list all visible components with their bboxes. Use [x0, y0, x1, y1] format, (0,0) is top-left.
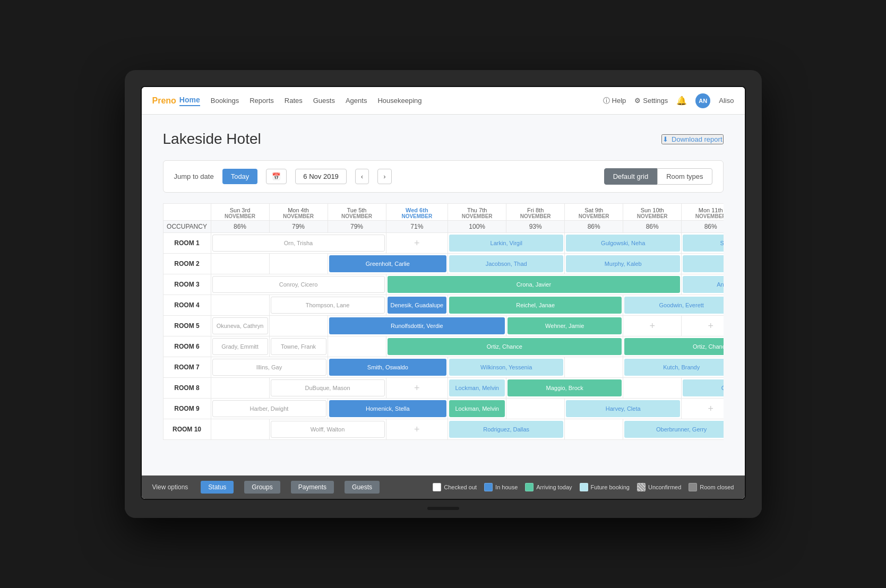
date-header-row: Sun 3rd NOVEMBER Mon 4th NOVEMBER	[163, 204, 724, 221]
booking-cell-room5-col0[interactable]: Okuneva, Cathryn	[211, 316, 269, 336]
booking-cell-room9-col6[interactable]: Harvey, Cleta	[565, 399, 682, 419]
help-link[interactable]: ⓘ Help	[603, 96, 626, 106]
booking-cell-room1-col3[interactable]: +	[386, 233, 448, 254]
booking-cell-room10-col3[interactable]: +	[386, 419, 448, 440]
settings-label: Settings	[643, 97, 668, 105]
booking-cell-room9-col8[interactable]: +	[682, 399, 724, 419]
booking-cell-room2-col6[interactable]: Murphy, Kaleb	[565, 254, 682, 274]
booking-cell-room6-col0[interactable]: Grady, Emmitt	[211, 336, 269, 357]
booking-cell-room8-col1[interactable]: DuBuque, Mason	[269, 378, 386, 399]
booking-cell-room9-col0[interactable]: Harber, Dwight	[211, 399, 328, 419]
booking-cell-room2-col4[interactable]: Jacobson, Thad	[448, 254, 565, 274]
booking-cell-room4-col3[interactable]: Denesik, Guadalupe	[386, 295, 448, 316]
booking-cell-room10-col7[interactable]: Oberbrunner, Gerry	[623, 419, 724, 440]
room-label-3: ROOM 3	[163, 274, 211, 295]
date-col-sun10: Sun 10th NOVEMBER	[623, 204, 682, 221]
current-date-display: 6 Nov 2019	[295, 169, 347, 184]
booking-cell-room7-col2[interactable]: Smith, Oswaldo	[328, 357, 448, 378]
nav-reports[interactable]: Reports	[250, 97, 274, 105]
nav-agents[interactable]: Agents	[346, 97, 367, 105]
room-row: ROOM 6Grady, EmmittTowne, FrankOrtiz, Ch…	[163, 336, 724, 357]
checked-out-label: Checked out	[444, 484, 477, 490]
room-label-1: ROOM 1	[163, 233, 211, 254]
booking-cell-room6-col1[interactable]: Towne, Frank	[269, 336, 328, 357]
booking-cell-room7-col7[interactable]: Kutch, Brandy	[623, 357, 724, 378]
booking-cell-room10-col4[interactable]: Rodriguez, Dallas	[448, 419, 565, 440]
nav-right: ⓘ Help ⚙ Settings 🔔 AN Aliso	[603, 93, 734, 108]
booking-cell-room5-col5[interactable]: Wehner, Jamie	[506, 316, 623, 336]
payments-tab[interactable]: Payments	[291, 481, 334, 494]
nav-bookings[interactable]: Bookings	[211, 97, 239, 105]
settings-link[interactable]: ⚙ Settings	[634, 97, 668, 105]
booking-cell-room8-col3[interactable]: +	[386, 378, 448, 399]
nav-guests[interactable]: Guests	[313, 97, 335, 105]
booking-cell-room3-col3[interactable]: Crona, Javier	[386, 274, 682, 295]
booking-cell-room4-col1[interactable]: Thompson, Lane	[269, 295, 386, 316]
cell-room2-col1	[269, 254, 328, 274]
cell-room9-col5	[506, 399, 565, 419]
page-title: Lakeside Hotel	[163, 131, 261, 148]
future-label: Future booking	[591, 484, 630, 490]
booking-cell-room1-col8[interactable]: Simonis, Josue	[682, 233, 724, 254]
groups-tab[interactable]: Groups	[244, 481, 280, 494]
nav-rates[interactable]: Rates	[285, 97, 303, 105]
inhouse-swatch	[484, 483, 493, 491]
guests-tab[interactable]: Guests	[345, 481, 380, 494]
booking-cell-room2-col8[interactable]: Will, Lillie	[682, 254, 724, 274]
room-label-8: ROOM 8	[163, 378, 211, 399]
booking-cell-room7-col4[interactable]: Wilkinson, Yessenia	[448, 357, 565, 378]
booking-cell-room3-col8[interactable]: Ankunding, Hulda	[682, 274, 724, 295]
booking-cell-room1-col6[interactable]: Gulgowski, Neha	[565, 233, 682, 254]
booking-cell-room10-col1[interactable]: Wolff, Walton	[269, 419, 386, 440]
booking-cell-room8-col4[interactable]: Lockman, Melvin	[448, 378, 506, 399]
today-button[interactable]: Today	[222, 169, 258, 184]
room-row: ROOM 8DuBuque, Mason+Lockman, MelvinMagg…	[163, 378, 724, 399]
help-label: Help	[612, 97, 626, 105]
avatar[interactable]: AN	[695, 93, 710, 108]
booking-cell-room3-col0[interactable]: Conroy, Cicero	[211, 274, 386, 295]
booking-cell-room7-col0[interactable]: Illins, Gay	[211, 357, 328, 378]
nav-links: Bookings Reports Rates Guests Agents Hou…	[211, 97, 603, 105]
nav-home-link[interactable]: Home	[179, 96, 200, 106]
download-report-button[interactable]: ⬇ Download report	[661, 134, 723, 144]
occ-wed6: 71%	[386, 221, 448, 233]
booking-cell-room2-col2[interactable]: Greenholt, Carlie	[328, 254, 448, 274]
notification-icon[interactable]: 🔔	[676, 96, 687, 106]
booking-cell-room4-col7[interactable]: Goodwin, Everett	[623, 295, 724, 316]
calendar-icon-button[interactable]: 📅	[266, 169, 287, 184]
main-content: Lakeside Hotel ⬇ Download report Jump to…	[142, 115, 745, 475]
booking-cell-room5-col2[interactable]: Runolfsdottir, Verdie	[328, 316, 506, 336]
booking-cell-room4-col4[interactable]: Reichel, Janae	[448, 295, 623, 316]
date-col-mon4: Mon 4th NOVEMBER	[269, 204, 328, 221]
nav-housekeeping[interactable]: Housekeeping	[377, 97, 422, 105]
booking-cell-room5-col8[interactable]: +	[682, 316, 724, 336]
booking-cell-room9-col4[interactable]: Lockman, Melvin	[448, 399, 506, 419]
booking-cell-room8-col5[interactable]: Maggio, Brock	[506, 378, 623, 399]
booking-cell-room6-col7[interactable]: Ortiz, Chance	[623, 336, 724, 357]
default-grid-button[interactable]: Default grid	[604, 168, 657, 185]
download-icon: ⬇	[663, 135, 668, 143]
room-types-button[interactable]: Room types	[657, 168, 712, 185]
date-col-thu7: Thu 7th NOVEMBER	[448, 204, 506, 221]
date-col-fri8: Fri 8th NOVEMBER	[506, 204, 565, 221]
download-label: Download report	[672, 135, 722, 143]
booking-cell-room9-col2[interactable]: Homenick, Stella	[328, 399, 448, 419]
booking-cell-room8-col8[interactable]: Gerlach, Larry	[682, 378, 724, 399]
status-tab[interactable]: Status	[201, 481, 234, 494]
booking-cell-room1-col4[interactable]: Larkin, Virgil	[448, 233, 565, 254]
date-col-tue5: Tue 5th NOVEMBER	[328, 204, 386, 221]
booking-cell-room1-col0[interactable]: Orn, Trisha	[211, 233, 386, 254]
page-header: Lakeside Hotel ⬇ Download report	[163, 131, 724, 148]
next-date-button[interactable]: ›	[377, 169, 391, 184]
legend-closed: Room closed	[689, 483, 734, 491]
brand-preno: Preno	[152, 96, 176, 106]
cell-room2-col0	[211, 254, 269, 274]
date-header-sun3: Sun 3rd NOVEMBER	[211, 204, 269, 220]
view-toggle: Default grid Room types	[604, 168, 712, 185]
room-label-2: ROOM 2	[163, 254, 211, 274]
prev-date-button[interactable]: ‹	[355, 169, 369, 184]
laptop-frame: Preno Home Bookings Reports Rates Guests…	[125, 70, 762, 518]
legend: Checked out In house Arriving today Futu…	[433, 483, 734, 491]
booking-cell-room5-col7[interactable]: +	[623, 316, 682, 336]
booking-cell-room6-col3[interactable]: Ortiz, Chance	[386, 336, 623, 357]
